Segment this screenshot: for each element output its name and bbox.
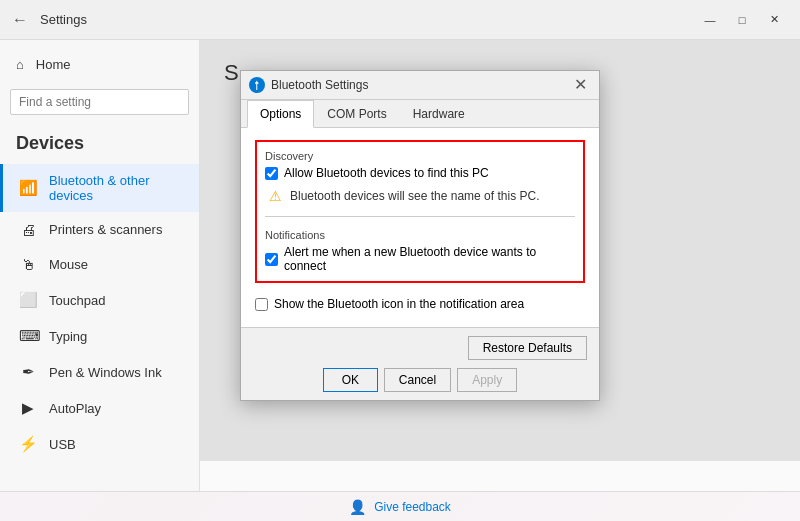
mouse-icon: 🖱 xyxy=(19,256,37,273)
dialog-footer: Restore Defaults OK Cancel Apply xyxy=(241,327,599,400)
modal-overlay: ⭡ Bluetooth Settings ✕ Options COM Ports… xyxy=(200,40,800,461)
sidebar-item-pen[interactable]: ✒ Pen & Windows Ink xyxy=(0,354,199,390)
allow-discovery-label: Allow Bluetooth devices to find this PC xyxy=(284,166,489,180)
dialog-tabs: Options COM Ports Hardware xyxy=(241,100,599,128)
allow-discovery-checkbox[interactable] xyxy=(265,167,278,180)
dialog-close-button[interactable]: ✕ xyxy=(570,77,591,93)
apply-button[interactable]: Apply xyxy=(457,368,517,392)
alert-me-row[interactable]: Alert me when a new Bluetooth device wan… xyxy=(265,245,575,273)
sidebar-item-home[interactable]: ⌂ Home xyxy=(0,48,199,81)
sidebar: ⌂ Home Devices 📶 Bluetooth & other devic… xyxy=(0,40,200,491)
bluetooth-nav-icon: 📶 xyxy=(19,179,37,197)
sidebar-usb-label: USB xyxy=(49,437,76,452)
window-title: Settings xyxy=(40,12,87,27)
dialog-titlebar: ⭡ Bluetooth Settings ✕ xyxy=(241,71,599,100)
sidebar-pen-label: Pen & Windows Ink xyxy=(49,365,162,380)
tab-hardware[interactable]: Hardware xyxy=(400,100,478,128)
highlighted-section: Discovery Allow Bluetooth devices to fin… xyxy=(255,140,585,283)
sidebar-mouse-label: Mouse xyxy=(49,257,88,272)
back-button[interactable]: ← xyxy=(12,11,28,29)
typing-icon: ⌨ xyxy=(19,327,37,345)
sidebar-bluetooth-label: Bluetooth & other devices xyxy=(49,173,183,203)
sidebar-item-mouse[interactable]: 🖱 Mouse xyxy=(0,247,199,282)
dialog-title: Bluetooth Settings xyxy=(271,78,564,92)
sidebar-home-label: Home xyxy=(36,57,71,72)
allow-discovery-row[interactable]: Allow Bluetooth devices to find this PC xyxy=(265,166,575,180)
minimize-button[interactable]: — xyxy=(696,9,724,31)
maximize-button[interactable]: □ xyxy=(728,9,756,31)
ok-cancel-row: OK Cancel Apply xyxy=(253,368,587,392)
alert-me-checkbox[interactable] xyxy=(265,253,278,266)
feedback-icon: 👤 xyxy=(349,499,366,515)
section-divider xyxy=(265,216,575,217)
main-layout: ⌂ Home Devices 📶 Bluetooth & other devic… xyxy=(0,40,800,491)
touchpad-icon: ⬜ xyxy=(19,291,37,309)
sidebar-item-usb[interactable]: ⚡ USB xyxy=(0,426,199,462)
sidebar-item-printers[interactable]: 🖨 Printers & scanners xyxy=(0,212,199,247)
close-button[interactable]: ✕ xyxy=(760,9,788,31)
sidebar-item-autoplay[interactable]: ▶ AutoPlay xyxy=(0,390,199,426)
sidebar-item-typing[interactable]: ⌨ Typing xyxy=(0,318,199,354)
notifications-label: Notifications xyxy=(265,229,575,241)
warning-text: Bluetooth devices will see the name of t… xyxy=(290,189,539,203)
notifications-section: Notifications Alert me when a new Blueto… xyxy=(265,229,575,273)
sidebar-section-title: Devices xyxy=(0,127,199,164)
printers-icon: 🖨 xyxy=(19,221,37,238)
warning-triangle-icon: ⚠ xyxy=(269,188,282,204)
bluetooth-settings-dialog: ⭡ Bluetooth Settings ✕ Options COM Ports… xyxy=(240,70,600,401)
discovery-label: Discovery xyxy=(265,150,575,162)
restore-defaults-button[interactable]: Restore Defaults xyxy=(468,336,587,360)
pen-icon: ✒ xyxy=(19,363,37,381)
status-bar: 👤 Give feedback xyxy=(0,491,800,521)
bluetooth-dialog-icon: ⭡ xyxy=(249,77,265,93)
sidebar-printers-label: Printers & scanners xyxy=(49,222,162,237)
home-icon: ⌂ xyxy=(16,57,24,72)
ok-button[interactable]: OK xyxy=(323,368,378,392)
sidebar-item-bluetooth[interactable]: 📶 Bluetooth & other devices xyxy=(0,164,199,212)
feedback-label[interactable]: Give feedback xyxy=(374,500,451,514)
title-bar: ← Settings — □ ✕ xyxy=(0,0,800,40)
discovery-section: Discovery Allow Bluetooth devices to fin… xyxy=(265,150,575,180)
sidebar-typing-label: Typing xyxy=(49,329,87,344)
alert-me-label: Alert me when a new Bluetooth device wan… xyxy=(284,245,575,273)
usb-icon: ⚡ xyxy=(19,435,37,453)
content-area: S ⭡ Bluetooth Settings ✕ Options COM Por… xyxy=(200,40,800,491)
restore-defaults-row: Restore Defaults xyxy=(253,336,587,360)
dialog-content: Discovery Allow Bluetooth devices to fin… xyxy=(241,128,599,327)
window-controls: — □ ✕ xyxy=(696,9,788,31)
show-bluetooth-icon-checkbox[interactable] xyxy=(255,298,268,311)
tab-com-ports[interactable]: COM Ports xyxy=(314,100,399,128)
sidebar-autoplay-label: AutoPlay xyxy=(49,401,101,416)
sidebar-touchpad-label: Touchpad xyxy=(49,293,105,308)
search-input[interactable] xyxy=(10,89,189,115)
autoplay-icon: ▶ xyxy=(19,399,37,417)
sidebar-item-touchpad[interactable]: ⬜ Touchpad xyxy=(0,282,199,318)
tab-options[interactable]: Options xyxy=(247,100,314,128)
warning-row: ⚠ Bluetooth devices will see the name of… xyxy=(269,188,575,204)
cancel-button[interactable]: Cancel xyxy=(384,368,451,392)
show-bluetooth-icon-label: Show the Bluetooth icon in the notificat… xyxy=(274,297,524,311)
show-bluetooth-icon-row[interactable]: Show the Bluetooth icon in the notificat… xyxy=(255,293,585,315)
